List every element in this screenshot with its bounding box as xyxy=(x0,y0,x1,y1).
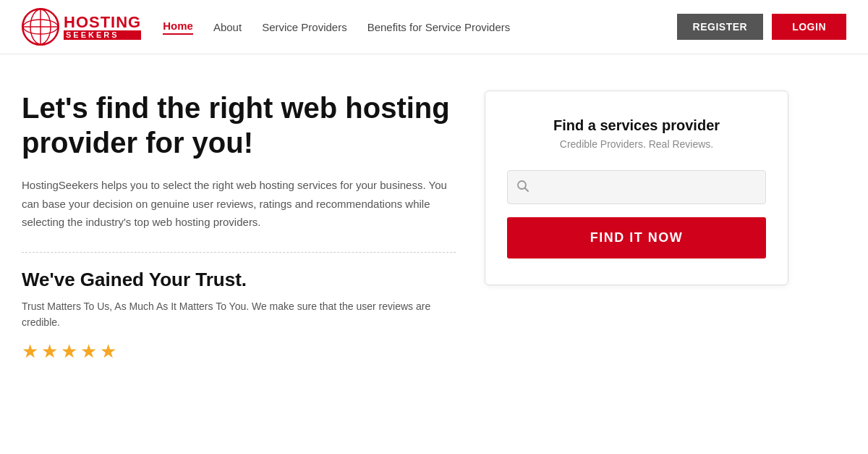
find-it-now-button[interactable]: FIND IT NOW xyxy=(507,217,766,258)
star-1: ★ xyxy=(22,340,38,363)
search-input[interactable] xyxy=(507,170,766,204)
hero-title: Let's find the right web hosting provide… xyxy=(22,91,456,160)
nav-service-providers[interactable]: Service Providers xyxy=(262,21,347,33)
register-button[interactable]: REGISTER xyxy=(677,14,764,40)
right-section: Find a services provider Credible Provid… xyxy=(485,91,788,363)
star-5: ★ xyxy=(100,340,116,363)
navbar: HOSTING SEEKERS Home About Service Provi… xyxy=(0,0,868,54)
search-card: Find a services provider Credible Provid… xyxy=(485,91,788,285)
logo-hosting-text: HOSTING xyxy=(64,14,141,30)
card-subtitle: Credible Providers. Real Reviews. xyxy=(507,138,766,150)
star-4: ★ xyxy=(80,340,97,363)
nav-about[interactable]: About xyxy=(213,21,242,33)
nav-home[interactable]: Home xyxy=(163,20,193,35)
card-title: Find a services provider xyxy=(507,117,766,134)
trust-title: We've Gained Your Trust. xyxy=(22,269,456,291)
globe-icon xyxy=(22,8,59,46)
star-2: ★ xyxy=(41,340,58,363)
nav-benefits[interactable]: Benefits for Service Providers xyxy=(367,21,511,33)
logo-seekers-text: SEEKERS xyxy=(64,30,141,40)
svg-line-8 xyxy=(525,188,529,191)
search-input-wrapper xyxy=(507,170,766,204)
trust-description: Trust Matters To Us, As Much As It Matte… xyxy=(22,298,456,331)
left-section: Let's find the right web hosting provide… xyxy=(22,91,456,363)
logo[interactable]: HOSTING SEEKERS xyxy=(22,8,141,46)
main-content: Let's find the right web hosting provide… xyxy=(0,54,868,384)
search-icon xyxy=(517,180,529,195)
login-button[interactable]: LOGIN xyxy=(772,14,846,40)
star-3: ★ xyxy=(61,340,77,363)
hero-description: HostingSeekers helps you to select the r… xyxy=(22,176,456,232)
nav-buttons: REGISTER LOGIN xyxy=(677,14,846,40)
section-divider xyxy=(22,252,456,253)
nav-links: Home About Service Providers Benefits fo… xyxy=(163,20,676,35)
star-rating: ★ ★ ★ ★ ★ xyxy=(22,340,456,363)
